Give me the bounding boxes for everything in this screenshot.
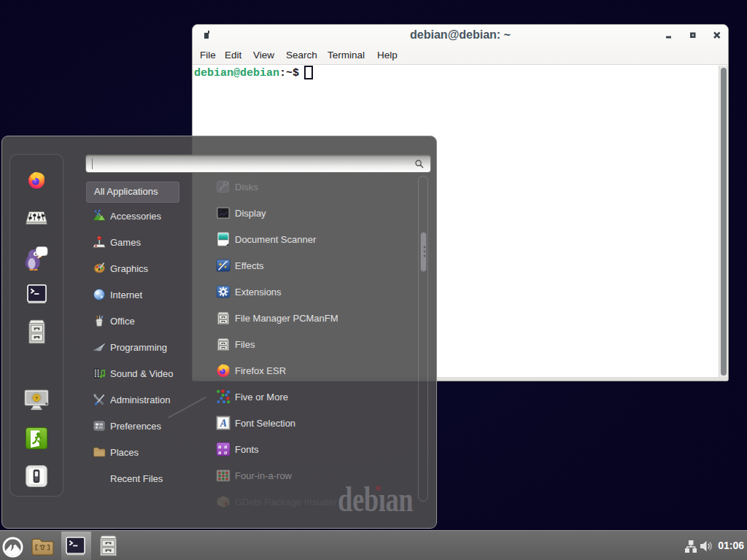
svg-text:A: A [220, 418, 227, 429]
svg-text:?: ? [35, 396, 38, 400]
